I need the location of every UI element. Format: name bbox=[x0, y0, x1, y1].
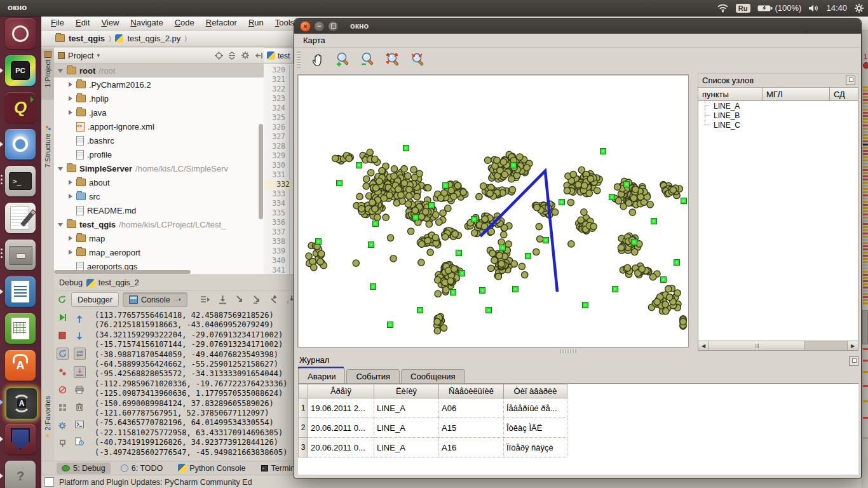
expand-arrow-icon[interactable] bbox=[69, 250, 72, 255]
stripe-mark[interactable] bbox=[863, 86, 868, 88]
stripe-mark[interactable] bbox=[863, 236, 868, 238]
menu-item-code[interactable]: Code bbox=[169, 16, 200, 27]
expand-arrow-icon[interactable] bbox=[69, 236, 72, 241]
stripe-mark[interactable] bbox=[863, 280, 868, 282]
zoom-previous-icon[interactable] bbox=[408, 50, 427, 69]
stripe-mark[interactable] bbox=[863, 96, 868, 98]
stripe-mark[interactable] bbox=[863, 125, 868, 126]
stripe-mark[interactable] bbox=[863, 229, 868, 231]
stripe-mark[interactable] bbox=[863, 156, 868, 158]
sidebar-tab-favorites[interactable]: 2:Favorites ★ bbox=[41, 396, 54, 454]
launcher-item-dash[interactable] bbox=[0, 16, 41, 53]
splitter-handle[interactable] bbox=[560, 349, 576, 353]
stripe-mark[interactable] bbox=[863, 290, 868, 292]
menu-item-refactor[interactable]: Refactor bbox=[200, 16, 243, 27]
tab-console[interactable]: Console →▾ bbox=[123, 292, 187, 307]
tree-item[interactable]: aeroports.qgs bbox=[54, 259, 264, 271]
journal-title[interactable]: Журнал bbox=[299, 355, 329, 365]
tree-item[interactable]: .java bbox=[54, 105, 264, 119]
battery-indicator[interactable]: (100%) bbox=[757, 3, 802, 13]
stripe-mark[interactable] bbox=[863, 277, 868, 279]
stripe-mark[interactable] bbox=[863, 293, 868, 295]
status-window-icon[interactable] bbox=[44, 477, 54, 487]
stripe-mark[interactable] bbox=[863, 245, 868, 247]
project-tree-vscrollbar[interactable] bbox=[259, 124, 263, 219]
stripe-mark[interactable] bbox=[863, 252, 868, 254]
stripe-mark[interactable] bbox=[863, 204, 868, 206]
stripe-mark[interactable] bbox=[863, 287, 868, 288]
step-over-icon[interactable] bbox=[218, 295, 227, 304]
scroll-thumb[interactable] bbox=[709, 341, 805, 350]
stripe-mark[interactable] bbox=[863, 268, 868, 269]
collapse-arrow-icon[interactable] bbox=[58, 223, 63, 227]
tree-item[interactable]: SimpleServer /home/kis/LC/SimpleServ bbox=[54, 161, 264, 175]
stripe-mark[interactable] bbox=[863, 264, 868, 266]
launcher-item-trash[interactable]: ? bbox=[0, 458, 41, 488]
stripe-mark[interactable] bbox=[863, 223, 868, 225]
tree-item[interactable]: README.md bbox=[54, 203, 264, 217]
zoom-out-icon[interactable] bbox=[358, 50, 377, 69]
stripe-mark[interactable] bbox=[863, 131, 868, 133]
zoom-in-icon[interactable] bbox=[334, 50, 353, 69]
stripe-mark[interactable] bbox=[863, 371, 868, 373]
expand-arrow-icon[interactable] bbox=[69, 82, 72, 87]
stripe-mark[interactable] bbox=[863, 147, 868, 149]
tree-item[interactable]: map_aeroport bbox=[54, 245, 264, 259]
breadcrumb-file[interactable]: test_qgis_2.py bbox=[127, 34, 180, 43]
journal-row[interactable]: 2 20.06.2011 0... LINE_A A15 Îòêàç ÌÃË bbox=[298, 418, 858, 438]
stripe-mark[interactable] bbox=[863, 179, 868, 180]
expand-arrow-icon[interactable] bbox=[69, 96, 72, 101]
footer-tab-5-debug[interactable]: 5: Debug bbox=[57, 463, 111, 474]
column-header-МГЛ[interactable]: МГЛ bbox=[763, 87, 830, 101]
scroll-right-icon[interactable]: ▶ bbox=[847, 341, 858, 350]
stripe-mark[interactable] bbox=[863, 140, 868, 142]
tree-item[interactable]: about bbox=[54, 175, 264, 189]
tab-debugger[interactable]: Debugger bbox=[71, 292, 119, 307]
toolbar-drag-handle[interactable] bbox=[297, 51, 301, 68]
stripe-mark[interactable] bbox=[863, 271, 868, 273]
stripe-mark[interactable] bbox=[863, 220, 868, 222]
menu-karta[interactable]: Карта bbox=[303, 36, 325, 45]
wifi-icon[interactable] bbox=[717, 3, 729, 13]
journal-col-1[interactable]: Ëèíèÿ bbox=[374, 384, 439, 398]
project-tree-hscrollbar[interactable] bbox=[54, 270, 191, 274]
load-frame-icon[interactable] bbox=[74, 366, 86, 378]
stripe-mark[interactable] bbox=[863, 166, 868, 168]
stripe-mark[interactable] bbox=[863, 283, 868, 285]
stripe-mark[interactable] bbox=[863, 385, 868, 387]
maximize-button[interactable] bbox=[328, 21, 339, 32]
down-stack-icon[interactable] bbox=[74, 330, 85, 341]
float-panel-icon[interactable] bbox=[846, 76, 855, 85]
stripe-mark[interactable] bbox=[863, 105, 868, 107]
stripe-mark[interactable] bbox=[863, 102, 868, 104]
launcher-item-archive[interactable] bbox=[0, 237, 41, 274]
expand-arrow-icon[interactable] bbox=[69, 194, 72, 199]
collapse-arrow-icon[interactable] bbox=[58, 167, 63, 171]
tree-item[interactable]: root /root bbox=[54, 64, 264, 78]
stripe-mark[interactable] bbox=[863, 99, 868, 101]
stripe-mark[interactable] bbox=[863, 255, 868, 257]
layout-grid-icon[interactable] bbox=[57, 402, 68, 413]
expand-arrow-icon[interactable] bbox=[69, 110, 72, 115]
stripe-mark[interactable] bbox=[863, 198, 868, 200]
journal-tab-Сообщения[interactable]: Сообщения bbox=[401, 369, 465, 383]
step-out-icon[interactable] bbox=[269, 295, 279, 304]
stripe-mark[interactable] bbox=[863, 274, 868, 276]
expand-arrow-icon[interactable] bbox=[69, 180, 72, 185]
stripe-mark[interactable] bbox=[863, 128, 868, 130]
launcher-item-pycharm[interactable]: PC bbox=[0, 53, 41, 90]
stripe-mark[interactable] bbox=[863, 144, 868, 146]
variables-view-icon[interactable] bbox=[74, 348, 86, 360]
stripe-mark[interactable] bbox=[863, 417, 868, 419]
stripe-mark[interactable] bbox=[863, 121, 868, 123]
float-panel-icon[interactable] bbox=[849, 356, 858, 366]
node-item-LINE_C[interactable]: LINE_C bbox=[698, 120, 858, 130]
show-execution-point-icon[interactable] bbox=[200, 295, 210, 304]
pan-hand-icon[interactable] bbox=[309, 50, 328, 69]
stripe-mark[interactable] bbox=[863, 134, 868, 136]
stripe-mark[interactable] bbox=[863, 226, 868, 228]
journal-col-0[interactable]: Âðåìÿ bbox=[308, 384, 374, 398]
stripe-mark[interactable] bbox=[863, 194, 868, 196]
pin-tab-icon[interactable] bbox=[57, 438, 68, 449]
mute-breakpoints-icon[interactable] bbox=[57, 384, 68, 395]
